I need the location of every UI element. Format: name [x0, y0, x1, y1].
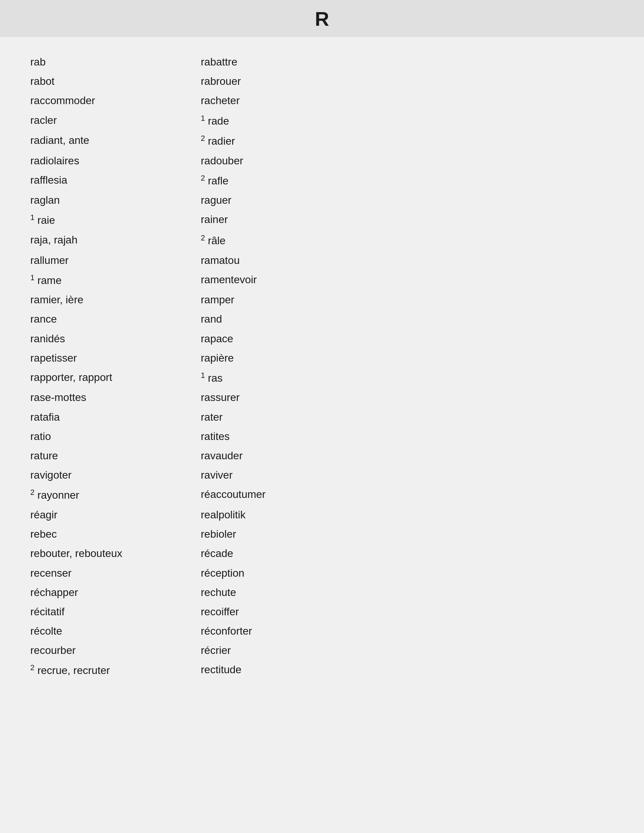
list-item: ranidés [30, 329, 201, 348]
word-text: rapporter, rapport [30, 371, 112, 383]
list-item: ramatou [201, 251, 371, 270]
list-item: ramentevoir [201, 270, 371, 290]
list-item: rassurer [201, 388, 371, 407]
list-item: ravigoter [30, 465, 201, 485]
list-item: rallumer [30, 251, 201, 270]
list-item: racler [30, 111, 201, 131]
word-text: recoiffer [201, 606, 239, 618]
list-item: récolte [30, 621, 201, 641]
word-text: rame [37, 275, 62, 286]
list-item: raviver [201, 465, 371, 485]
list-item: rapporter, rapport [30, 368, 201, 388]
list-item: rance [30, 309, 201, 329]
list-item: 2 râle [201, 230, 371, 251]
word-text: ramatou [201, 254, 240, 266]
list-item: rase-mottes [30, 388, 201, 407]
word-text: rayonner [37, 490, 80, 501]
word-text: ravauder [201, 450, 243, 462]
word-text: récrier [201, 645, 231, 656]
list-item: rectitude [201, 660, 371, 680]
word-text: réchapper [30, 587, 78, 598]
list-item: 2 radier [201, 130, 371, 151]
list-item: 1 raie [30, 210, 201, 230]
word-text: ramier, ière [30, 294, 83, 306]
list-item: ratio [30, 427, 201, 446]
list-item: réagir [30, 505, 201, 524]
list-item: rainer [201, 210, 371, 230]
list-item: réchapper [30, 583, 201, 602]
list-item: réconforter [201, 621, 371, 641]
word-text: recrue, recruter [37, 665, 110, 677]
list-item: rafflesia [30, 170, 201, 191]
word-text: récade [201, 547, 233, 559]
list-item: ravauder [201, 446, 371, 465]
word-text: rabattre [201, 56, 238, 68]
word-text: ratafia [30, 411, 60, 423]
word-text: rectitude [201, 664, 242, 675]
list-item: rebioler [201, 524, 371, 544]
word-text: realpolitik [201, 509, 245, 521]
word-text: raguer [201, 194, 232, 206]
word-text: rebioler [201, 528, 236, 540]
word-text: raviver [201, 469, 233, 481]
word-text: récitatif [30, 606, 64, 618]
word-text: réagir [30, 509, 58, 521]
list-item: recoiffer [201, 602, 371, 621]
word-text: rapace [201, 333, 233, 344]
list-item: réaccoutumer [201, 485, 371, 505]
word-text: rab [30, 56, 45, 68]
word-text: raglan [30, 194, 60, 206]
list-item: rebec [30, 524, 201, 544]
word-text: rechute [201, 587, 236, 598]
word-text: rapière [201, 352, 234, 364]
list-item: racheter [201, 91, 371, 110]
word-text: réconforter [201, 625, 252, 637]
word-text: radier [208, 135, 235, 147]
list-item: recourber [30, 641, 201, 660]
word-text: racler [30, 114, 57, 126]
word-text: réception [201, 567, 244, 579]
word-text: radiolaires [30, 155, 79, 167]
list-item: 2 recrue, recruter [30, 660, 201, 680]
list-item: rechute [201, 583, 371, 602]
list-item: 1 rade [201, 111, 371, 131]
list-item: raglan [30, 190, 201, 210]
list-item: 1 ras [201, 368, 371, 388]
list-item: raccommoder [30, 91, 201, 110]
list-item: radiant, ante [30, 130, 201, 151]
word-text: rabot [30, 76, 55, 87]
list-item: ratafia [30, 407, 201, 427]
word-text: récolte [30, 625, 62, 637]
word-text: recourber [30, 645, 76, 656]
word-text: rature [30, 450, 58, 462]
list-item: rater [201, 407, 371, 427]
word-text: ratites [201, 431, 230, 442]
word-text: raie [37, 215, 55, 227]
list-item: rabrouer [201, 72, 371, 91]
header-letter: R [315, 8, 329, 30]
list-item: rature [30, 446, 201, 465]
list-item: realpolitik [201, 505, 371, 524]
word-text: rapetisser [30, 352, 77, 364]
list-item: 1 rame [30, 270, 201, 290]
content: rabrabattrerabotrabrouerraccommoderrache… [0, 48, 644, 696]
word-text: rade [208, 115, 229, 127]
word-text: raccommoder [30, 95, 95, 106]
list-item: récitatif [30, 602, 201, 621]
page-container: R rabrabattrerabotrabrouerraccommoderrac… [0, 0, 644, 833]
word-text: rebouter, rebouteux [30, 547, 122, 559]
word-text: rand [201, 313, 222, 325]
list-item: réception [201, 563, 371, 583]
word-text: rafle [208, 175, 229, 187]
list-item: récrier [201, 641, 371, 660]
word-text: ravigoter [30, 469, 72, 481]
word-text: rabrouer [201, 76, 241, 87]
word-text: rase-mottes [30, 391, 86, 403]
word-text: rafflesia [30, 174, 68, 186]
list-item: ratites [201, 427, 371, 446]
word-text: radiant, ante [30, 134, 89, 146]
word-text: rallumer [30, 254, 69, 266]
list-item: rab [30, 52, 201, 72]
word-text: ramper [201, 294, 235, 306]
word-text: racheter [201, 95, 240, 106]
